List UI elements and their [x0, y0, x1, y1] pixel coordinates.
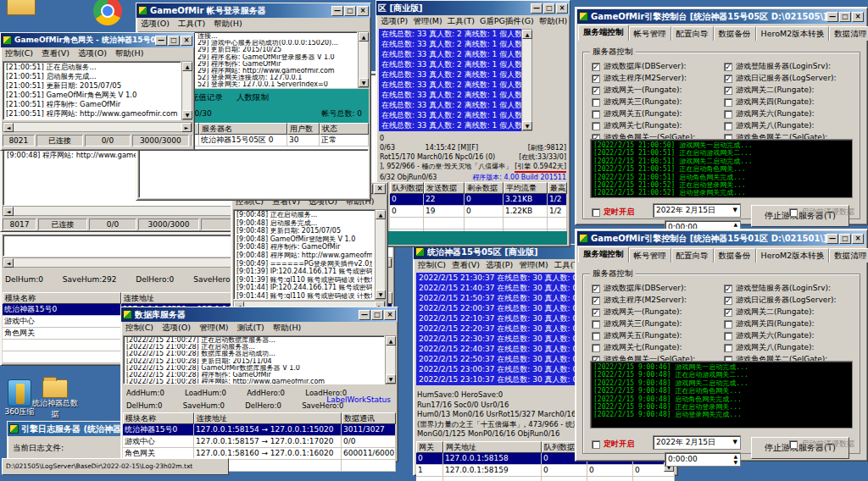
titlebar[interactable]: GameOfMir角色网关 - 统治神器15号05区 —□×: [1, 33, 194, 47]
close-button[interactable]: ×: [181, 36, 192, 46]
menu-item[interactable]: 管理(M): [199, 323, 229, 334]
service-checkbox[interactable]: 游戏网关八(Rungate):: [724, 342, 856, 353]
service-checkbox[interactable]: 游戏网关四(Rungate):: [724, 318, 856, 329]
titlebar[interactable]: GameOfMir 帐号登录服务器 —□×: [136, 3, 370, 18]
service-checkbox[interactable]: 游戏网关八(Rungate):: [724, 120, 856, 131]
service-checkbox[interactable]: ✓游戏网关二(Rungate):: [724, 307, 856, 318]
service-checkbox[interactable]: 游戏网关七(Rungate):: [592, 120, 724, 131]
minimize-button[interactable]: —: [155, 36, 167, 46]
tab-2[interactable]: 配置向导: [671, 248, 714, 263]
service-checkbox[interactable]: 游戏网关三(Rungate):: [592, 318, 724, 329]
vertical-scrollbar[interactable]: ▲▼: [181, 61, 192, 120]
table-row[interactable]: 统治神器15号0127.0.0.1:58154 → 127.0.0.1:1502…: [123, 424, 396, 436]
titlebar[interactable]: 区 [商业版] —□×: [376, 1, 570, 15]
menu-item[interactable]: 控制(C): [125, 323, 153, 334]
dropdown-arrow-icon[interactable]: ▼: [733, 204, 737, 217]
tab-4[interactable]: HeroM2版本转换: [756, 26, 830, 41]
service-checkbox[interactable]: ✓游戏网关一(Rungate):: [592, 85, 724, 96]
menu-item[interactable]: 选项(O): [141, 19, 170, 30]
menu-item[interactable]: 帮助(H): [539, 16, 568, 27]
clean-data-checkbox[interactable]: 启动前清理数据: [789, 439, 854, 450]
close-button[interactable]: ×: [374, 184, 386, 194]
menu-item[interactable]: 管理(M): [519, 260, 548, 271]
menu-item[interactable]: 查看(V): [452, 260, 480, 271]
service-checkbox[interactable]: ✓游戏登陆服务器(LoginSrv):: [724, 283, 856, 294]
vertical-scrollbar[interactable]: ▲▼: [358, 31, 369, 88]
tab-5[interactable]: 数据清理: [829, 26, 868, 41]
service-checkbox[interactable]: 游戏网关五(Rungate):: [592, 330, 724, 341]
close-button[interactable]: ×: [357, 6, 369, 16]
minimize-button[interactable]: —: [826, 234, 838, 244]
time-spinner[interactable]: 0:00:00 ▲▼: [665, 452, 741, 467]
date-picker[interactable]: 2022年 2月15日 ▼: [653, 203, 741, 218]
maximize-button[interactable]: □: [839, 12, 851, 22]
menu-item[interactable]: 工具(T): [448, 16, 475, 27]
service-checkbox[interactable]: ✓游戏日记服务器(LogServer):: [724, 295, 856, 306]
tab-0[interactable]: 服务端控制: [578, 25, 629, 41]
service-checkbox[interactable]: ✓游戏网关一(Rungate):: [592, 307, 724, 318]
spinner-arrows-icon[interactable]: ▲▼: [733, 453, 737, 465]
menu-item[interactable]: 帮助(H): [214, 19, 242, 30]
service-checkbox[interactable]: 游戏网关三(Rungate):: [592, 97, 724, 108]
close-button[interactable]: ×: [852, 234, 864, 244]
menu-item[interactable]: G盾PG插件(G): [480, 16, 534, 27]
table-row[interactable]: 01901.22KB1/2: [390, 206, 567, 218]
minimize-button[interactable]: —: [826, 12, 838, 22]
desktop-icon-folder[interactable]: [0, 0, 46, 15]
service-checkbox[interactable]: 游戏网关六(Rungate):: [724, 330, 856, 341]
desktop-icon-chrome[interactable]: [83, 0, 132, 25]
timer-checkbox[interactable]: 定时开启: [592, 439, 634, 450]
menu-item[interactable]: 帮助(H): [273, 323, 302, 334]
service-checkbox[interactable]: 游戏网关七(Rungate):: [592, 342, 724, 353]
menu-item[interactable]: 控制(C): [5, 48, 33, 59]
menu-item[interactable]: 选项(P): [381, 16, 408, 27]
desktop-icon-data-folder[interactable]: 统治神器总数 据: [31, 379, 80, 420]
service-checkbox[interactable]: ✓游戏日记服务器(LogServer):: [724, 73, 856, 84]
gateway-table[interactable]: 队列数据发送数据剩余数据平均流量最高人数02203.21KB1/201901.2…: [390, 182, 567, 231]
menu-item[interactable]: 管理(M): [413, 16, 442, 27]
tab-3[interactable]: 数据备份: [714, 248, 756, 263]
service-checkbox[interactable]: 游戏网关四(Rungate):: [724, 97, 856, 108]
service-checkbox[interactable]: ✓游戏数据库(DBServer):: [592, 61, 724, 72]
tab-1[interactable]: 帐号管理: [629, 26, 671, 41]
titlebar[interactable]: GameOfMir引擎控制台 [统治神器15号05区 D:\021505\] —…: [577, 9, 865, 24]
service-checkbox[interactable]: 游戏网关六(Rungate):: [724, 108, 856, 119]
minimize-button[interactable]: —: [359, 310, 370, 320]
vertical-scrollbar[interactable]: ▲▼: [385, 335, 396, 384]
titlebar[interactable]: GameOfMir引擎控制台 [统治神器15号01区 D:\021501\] —…: [577, 231, 865, 246]
service-checkbox[interactable]: ✓游戏数据库(DBServer):: [592, 283, 724, 294]
service-checkbox[interactable]: ✓游戏主程序(M2Server):: [592, 295, 724, 306]
tab-5[interactable]: 数据清理: [829, 248, 868, 263]
service-checkbox[interactable]: 游戏网关五(Rungate):: [592, 108, 724, 119]
timer-checkbox[interactable]: 定时开启: [592, 207, 634, 218]
titlebar[interactable]: 数据库服务器 —□×: [121, 307, 398, 322]
tab-player-limit[interactable]: 人数限制: [236, 92, 269, 103]
menu-item[interactable]: 查看(V): [42, 48, 70, 59]
maximize-button[interactable]: □: [344, 6, 356, 16]
tab-recharge-records[interactable]: 充值记录: [191, 92, 223, 103]
close-button[interactable]: ×: [852, 12, 864, 22]
service-checkbox[interactable]: ✓游戏网关二(Rungate):: [724, 85, 856, 96]
maximize-button[interactable]: □: [168, 36, 180, 46]
maximize-button[interactable]: □: [371, 310, 383, 320]
menu-item[interactable]: 选项(O): [162, 323, 191, 334]
menu-item[interactable]: 控制(C): [418, 260, 446, 271]
menu-item[interactable]: 选项(O): [78, 48, 107, 59]
table-row[interactable]: 1127.0.0.1:58159000: [416, 465, 675, 477]
vertical-scrollbar[interactable]: ▲▼: [375, 209, 386, 300]
tab-2[interactable]: 配置向导: [671, 26, 714, 41]
close-button[interactable]: ×: [556, 3, 568, 14]
service-checkbox[interactable]: ✓游戏登陆服务器(LoginSrv):: [724, 61, 856, 72]
menu-item[interactable]: 选项(P): [486, 260, 513, 271]
table-row[interactable]: 游戏中心127.0.0.1:58157 → 127.0.0.1:170200/0: [123, 436, 396, 448]
minimize-button[interactable]: —: [331, 6, 343, 16]
date-picker[interactable]: 2022年 2月15日 ▼: [653, 435, 741, 450]
tab-4[interactable]: HeroM2版本转换: [756, 248, 830, 263]
tab-3[interactable]: 数据备份: [714, 26, 756, 41]
dropdown-arrow-icon[interactable]: ▼: [733, 436, 737, 449]
menu-item[interactable]: 测试(T): [237, 323, 264, 334]
clean-data-checkbox[interactable]: 启动前清理数据: [789, 207, 854, 218]
minimize-button[interactable]: —: [531, 3, 542, 14]
maximize-button[interactable]: □: [839, 234, 851, 244]
module-table[interactable]: 模块名称连接地址数据通讯统治神器15号0127.0.0.1:58154 → 12…: [123, 412, 396, 460]
